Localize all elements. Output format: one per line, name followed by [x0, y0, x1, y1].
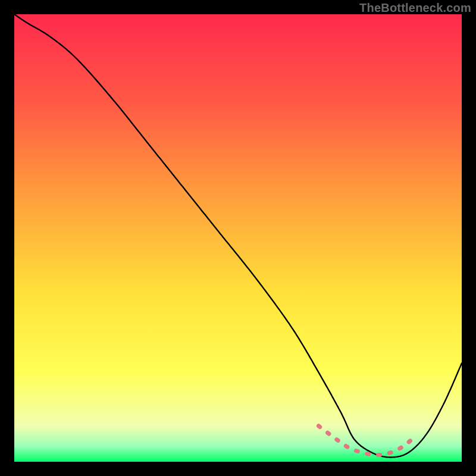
plot-area: [14, 14, 462, 462]
watermark-text: TheBottleneck.com: [359, 1, 471, 15]
bottleneck-chart: [0, 0, 476, 476]
chart-stage: { "watermark": "TheBottleneck.com", "col…: [0, 0, 476, 476]
